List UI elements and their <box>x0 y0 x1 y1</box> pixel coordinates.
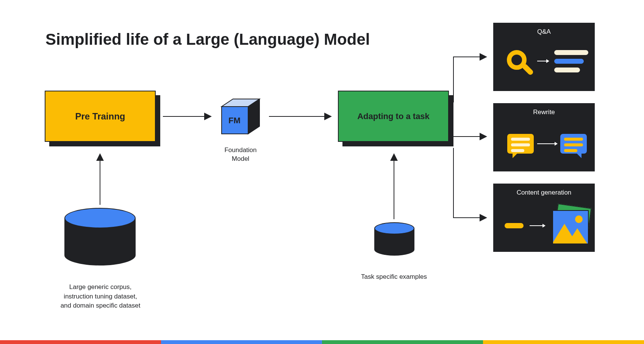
output-content-title: Content generation <box>499 189 589 196</box>
task-examples-cylinder-icon <box>374 222 414 255</box>
fm-cube-text: FM <box>228 116 241 125</box>
large-corpus-cylinder-icon <box>64 208 136 264</box>
diagram-title: Simplified life of a Large (Language) Mo… <box>45 30 370 49</box>
magnifier-handle-icon <box>521 63 534 76</box>
arrow-icon <box>530 225 545 226</box>
task-examples-caption: Task specific examples <box>349 273 439 281</box>
output-card-rewrite: Rewrite <box>493 103 595 171</box>
search-results-icon <box>554 50 588 76</box>
output-card-content-generation: Content generation <box>493 184 595 252</box>
adapting-label: Adapting to a task <box>357 112 430 121</box>
arrow-icon <box>537 143 557 144</box>
chat-bubble-source-icon <box>506 133 535 155</box>
adapting-box: Adapting to a task <box>338 91 449 142</box>
prompt-bar-icon <box>505 223 524 228</box>
pretraining-label: Pre Trainng <box>75 111 125 122</box>
image-stack-front-icon <box>552 210 589 244</box>
arrow-icon <box>537 61 549 61</box>
output-qa-title: Q&A <box>499 28 589 36</box>
output-card-qa: Q&A <box>493 23 595 91</box>
pretraining-box: Pre Trainng <box>45 91 156 142</box>
output-rewrite-title: Rewrite <box>499 108 589 116</box>
chat-bubble-target-icon <box>559 133 588 155</box>
foundation-model-cube-icon: FM <box>218 97 263 142</box>
large-corpus-caption: Large generic corpus,instruction tuning … <box>44 283 157 311</box>
foundation-model-caption: FoundationModel <box>214 146 267 163</box>
brand-color-bar <box>0 340 644 344</box>
